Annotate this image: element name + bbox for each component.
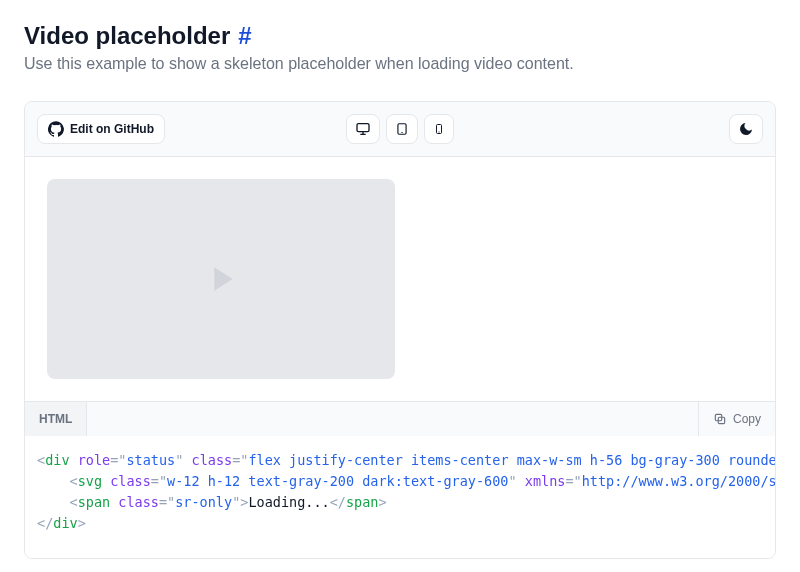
desktop-view-button[interactable] — [346, 114, 380, 144]
code-block[interactable]: <div role="status" class="flex justify-c… — [25, 436, 775, 558]
edit-on-github-button[interactable]: Edit on GitHub — [37, 114, 165, 144]
section-description: Use this example to show a skeleton plac… — [24, 55, 776, 73]
dark-mode-toggle-button[interactable] — [729, 114, 763, 144]
copy-button[interactable]: Copy — [698, 402, 775, 436]
tab-html[interactable]: HTML — [25, 402, 87, 436]
github-icon — [48, 121, 64, 137]
copy-icon — [713, 412, 727, 426]
tablet-icon — [395, 121, 409, 137]
section-title-text: Video placeholder — [24, 20, 230, 51]
svg-rect-0 — [357, 124, 369, 132]
edit-on-github-label: Edit on GitHub — [70, 122, 154, 136]
tablet-view-button[interactable] — [386, 114, 418, 144]
example-toolbar: Edit on GitHub — [25, 102, 775, 157]
preview-area — [25, 157, 775, 401]
code-tab-bar: HTML Copy — [25, 401, 775, 436]
copy-label: Copy — [733, 412, 761, 426]
video-skeleton-placeholder — [47, 179, 395, 379]
section-title: Video placeholder # — [24, 20, 776, 51]
mobile-icon — [433, 121, 445, 137]
mobile-view-button[interactable] — [424, 114, 454, 144]
section-anchor-link[interactable]: # — [238, 20, 251, 51]
desktop-icon — [355, 121, 371, 137]
play-icon — [201, 259, 241, 299]
moon-icon — [738, 121, 754, 137]
example-panel: Edit on GitHub — [24, 101, 776, 559]
